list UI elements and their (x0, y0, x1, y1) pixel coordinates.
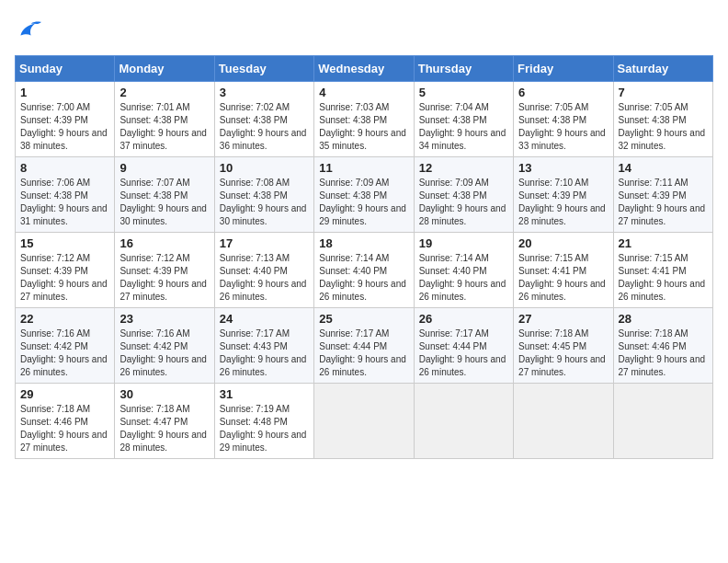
calendar-cell: 23 Sunrise: 7:16 AM Sunset: 4:42 PM Dayl… (115, 308, 214, 384)
day-number: 26 (419, 312, 508, 326)
cell-info: Sunrise: 7:15 AM Sunset: 4:41 PM Dayligh… (518, 252, 608, 304)
logo (15, 15, 48, 44)
cell-info: Sunrise: 7:12 AM Sunset: 4:39 PM Dayligh… (119, 252, 209, 304)
day-number: 13 (518, 161, 608, 175)
day-number: 15 (20, 236, 109, 250)
calendar-cell: 18 Sunrise: 7:14 AM Sunset: 4:40 PM Dayl… (314, 233, 414, 308)
cell-info: Sunrise: 7:05 AM Sunset: 4:38 PM Dayligh… (619, 101, 708, 153)
calendar-cell: 12 Sunrise: 7:09 AM Sunset: 4:38 PM Dayl… (414, 157, 513, 233)
cell-info: Sunrise: 7:14 AM Sunset: 4:40 PM Dayligh… (419, 252, 508, 304)
day-number: 25 (319, 312, 408, 326)
day-number: 3 (220, 86, 309, 99)
calendar-cell: 15 Sunrise: 7:12 AM Sunset: 4:39 PM Dayl… (16, 233, 115, 308)
cell-info: Sunrise: 7:17 AM Sunset: 4:44 PM Dayligh… (319, 327, 408, 379)
cell-info: Sunrise: 7:02 AM Sunset: 4:38 PM Dayligh… (220, 101, 309, 153)
week-row-2: 8 Sunrise: 7:06 AM Sunset: 4:38 PM Dayli… (16, 157, 713, 233)
day-number: 24 (220, 312, 309, 326)
calendar-cell (514, 384, 613, 459)
calendar-cell (314, 384, 414, 459)
day-number: 23 (119, 312, 209, 326)
calendar-cell (613, 384, 712, 459)
cell-info: Sunrise: 7:06 AM Sunset: 4:38 PM Dayligh… (20, 177, 109, 228)
week-row-4: 22 Sunrise: 7:16 AM Sunset: 4:42 PM Dayl… (16, 308, 713, 384)
day-number: 11 (319, 161, 408, 175)
calendar-cell: 11 Sunrise: 7:09 AM Sunset: 4:38 PM Dayl… (314, 157, 414, 233)
day-header-friday: Friday (514, 56, 613, 82)
cell-info: Sunrise: 7:01 AM Sunset: 4:38 PM Dayligh… (119, 101, 209, 153)
calendar-cell: 9 Sunrise: 7:07 AM Sunset: 4:38 PM Dayli… (115, 157, 214, 233)
day-number: 19 (419, 236, 508, 250)
day-number: 20 (518, 236, 608, 250)
cell-info: Sunrise: 7:18 AM Sunset: 4:47 PM Dayligh… (119, 403, 209, 454)
calendar-cell: 28 Sunrise: 7:18 AM Sunset: 4:46 PM Dayl… (613, 308, 712, 384)
day-number: 9 (119, 161, 209, 175)
calendar-cell: 19 Sunrise: 7:14 AM Sunset: 4:40 PM Dayl… (414, 233, 513, 308)
cell-info: Sunrise: 7:16 AM Sunset: 4:42 PM Dayligh… (119, 327, 209, 379)
day-number: 17 (220, 236, 309, 250)
day-number: 10 (220, 161, 309, 175)
day-number: 21 (619, 236, 708, 250)
calendar-cell (414, 384, 513, 459)
cell-info: Sunrise: 7:18 AM Sunset: 4:46 PM Dayligh… (619, 327, 708, 379)
day-number: 8 (20, 161, 109, 175)
day-header-saturday: Saturday (613, 56, 712, 82)
calendar-cell: 7 Sunrise: 7:05 AM Sunset: 4:38 PM Dayli… (613, 82, 712, 157)
cell-info: Sunrise: 7:04 AM Sunset: 4:38 PM Dayligh… (419, 101, 508, 153)
cell-info: Sunrise: 7:10 AM Sunset: 4:39 PM Dayligh… (518, 177, 608, 228)
cell-info: Sunrise: 7:14 AM Sunset: 4:40 PM Dayligh… (319, 252, 408, 304)
cell-info: Sunrise: 7:12 AM Sunset: 4:39 PM Dayligh… (20, 252, 109, 304)
cell-info: Sunrise: 7:18 AM Sunset: 4:46 PM Dayligh… (20, 403, 109, 454)
cell-info: Sunrise: 7:13 AM Sunset: 4:40 PM Dayligh… (220, 252, 309, 304)
cell-info: Sunrise: 7:17 AM Sunset: 4:44 PM Dayligh… (419, 327, 508, 379)
day-number: 18 (319, 236, 408, 250)
calendar-header-row: SundayMondayTuesdayWednesdayThursdayFrid… (16, 56, 713, 82)
calendar-cell: 17 Sunrise: 7:13 AM Sunset: 4:40 PM Dayl… (214, 233, 313, 308)
day-number: 7 (619, 86, 708, 99)
calendar-cell: 6 Sunrise: 7:05 AM Sunset: 4:38 PM Dayli… (514, 82, 613, 157)
calendar-table: SundayMondayTuesdayWednesdayThursdayFrid… (15, 55, 713, 459)
day-number: 12 (419, 161, 508, 175)
calendar-cell: 14 Sunrise: 7:11 AM Sunset: 4:39 PM Dayl… (613, 157, 712, 233)
week-row-1: 1 Sunrise: 7:00 AM Sunset: 4:39 PM Dayli… (16, 82, 713, 157)
calendar-cell: 3 Sunrise: 7:02 AM Sunset: 4:38 PM Dayli… (214, 82, 313, 157)
calendar-cell: 2 Sunrise: 7:01 AM Sunset: 4:38 PM Dayli… (115, 82, 214, 157)
cell-info: Sunrise: 7:09 AM Sunset: 4:38 PM Dayligh… (319, 177, 408, 228)
week-row-5: 29 Sunrise: 7:18 AM Sunset: 4:46 PM Dayl… (16, 384, 713, 459)
day-number: 29 (20, 387, 109, 401)
week-row-3: 15 Sunrise: 7:12 AM Sunset: 4:39 PM Dayl… (16, 233, 713, 308)
calendar-cell: 26 Sunrise: 7:17 AM Sunset: 4:44 PM Dayl… (414, 308, 513, 384)
day-number: 4 (319, 86, 408, 99)
calendar-cell: 1 Sunrise: 7:00 AM Sunset: 4:39 PM Dayli… (16, 82, 115, 157)
day-number: 27 (518, 312, 608, 326)
day-number: 16 (119, 236, 209, 250)
cell-info: Sunrise: 7:03 AM Sunset: 4:38 PM Dayligh… (319, 101, 408, 153)
cell-info: Sunrise: 7:15 AM Sunset: 4:41 PM Dayligh… (619, 252, 708, 304)
day-number: 5 (419, 86, 508, 99)
day-number: 14 (619, 161, 708, 175)
day-number: 28 (619, 312, 708, 326)
calendar-cell: 13 Sunrise: 7:10 AM Sunset: 4:39 PM Dayl… (514, 157, 613, 233)
day-number: 31 (220, 387, 309, 401)
calendar-cell: 5 Sunrise: 7:04 AM Sunset: 4:38 PM Dayli… (414, 82, 513, 157)
calendar-cell: 4 Sunrise: 7:03 AM Sunset: 4:38 PM Dayli… (314, 82, 414, 157)
cell-info: Sunrise: 7:17 AM Sunset: 4:43 PM Dayligh… (220, 327, 309, 379)
day-number: 22 (20, 312, 109, 326)
day-number: 2 (119, 86, 209, 99)
calendar-body: 1 Sunrise: 7:00 AM Sunset: 4:39 PM Dayli… (16, 82, 713, 459)
calendar-cell: 21 Sunrise: 7:15 AM Sunset: 4:41 PM Dayl… (613, 233, 712, 308)
calendar-cell: 31 Sunrise: 7:19 AM Sunset: 4:48 PM Dayl… (214, 384, 313, 459)
logo-icon (15, 15, 44, 44)
cell-info: Sunrise: 7:19 AM Sunset: 4:48 PM Dayligh… (220, 403, 309, 454)
cell-info: Sunrise: 7:16 AM Sunset: 4:42 PM Dayligh… (20, 327, 109, 379)
calendar-cell: 25 Sunrise: 7:17 AM Sunset: 4:44 PM Dayl… (314, 308, 414, 384)
day-header-sunday: Sunday (16, 56, 115, 82)
day-number: 1 (20, 86, 109, 99)
calendar-cell: 8 Sunrise: 7:06 AM Sunset: 4:38 PM Dayli… (16, 157, 115, 233)
day-header-tuesday: Tuesday (214, 56, 313, 82)
day-number: 30 (119, 387, 209, 401)
day-number: 6 (518, 86, 608, 99)
calendar-cell: 16 Sunrise: 7:12 AM Sunset: 4:39 PM Dayl… (115, 233, 214, 308)
day-header-monday: Monday (115, 56, 214, 82)
cell-info: Sunrise: 7:00 AM Sunset: 4:39 PM Dayligh… (20, 101, 109, 153)
calendar-cell: 30 Sunrise: 7:18 AM Sunset: 4:47 PM Dayl… (115, 384, 214, 459)
